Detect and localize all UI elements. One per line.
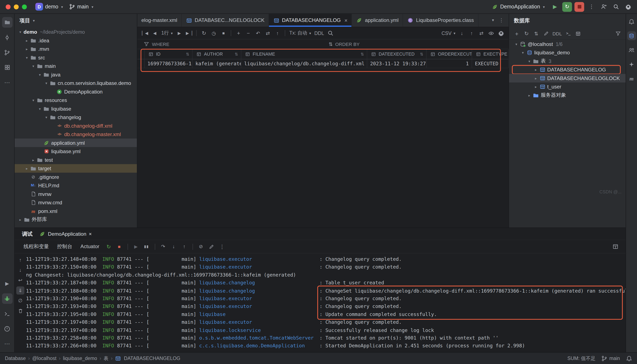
chevron-right-icon[interactable]: ▸	[24, 166, 30, 170]
chevron-down-icon[interactable]: ▾	[30, 64, 37, 68]
settings-gear-button[interactable]	[496, 29, 505, 38]
step-out-button[interactable]: ↑	[180, 242, 189, 251]
project-tree-item[interactable]: ▾cn.com.servision.liquibase.demo	[14, 79, 137, 87]
ddl-button[interactable]: DDL	[551, 29, 563, 38]
code-with-me-button[interactable]	[599, 2, 608, 12]
rerun-button[interactable]: ↻	[104, 242, 113, 251]
aggregate-sum-label[interactable]: SUM: 值不足	[568, 355, 596, 362]
trash-button[interactable]	[16, 307, 24, 315]
chevron-down-icon[interactable]: ▾	[30, 98, 37, 102]
add-row-button[interactable]: +	[234, 29, 243, 38]
tool-stripe-problems-button[interactable]	[2, 323, 12, 334]
mute-button[interactable]: ⊘	[196, 242, 206, 251]
pencil-button[interactable]	[207, 242, 216, 251]
tool-stripe-debug-button[interactable]	[2, 293, 12, 304]
more-vertical-icon[interactable]: ⋮	[499, 18, 504, 23]
chevron-down-icon[interactable]: ▾	[37, 106, 43, 110]
table-view-button[interactable]	[574, 29, 582, 38]
rerun-debug-button[interactable]: ↻	[562, 2, 572, 12]
database-tree-item[interactable]: ▸DATABASECHANGELOGLOCK	[509, 74, 626, 82]
grid-cell[interactable]: kafeim (generated)	[192, 60, 241, 68]
tool-stripe-terminal-button[interactable]	[2, 308, 12, 319]
grid-column-header[interactable]: AUTHOR⇅	[192, 49, 241, 59]
chevron-right-icon[interactable]: ▸	[30, 158, 37, 162]
grid-cell[interactable]: liquibase/changelog/db.changelog-diff.xm…	[242, 60, 367, 68]
status-branch-widget[interactable]: main	[601, 355, 620, 362]
export-format-selector[interactable]: CSV▾	[440, 29, 457, 38]
tool-stripe-structure-button[interactable]	[2, 62, 12, 73]
search-everywhere-button[interactable]	[611, 2, 621, 12]
chevron-right-icon[interactable]: ▸	[532, 76, 539, 80]
chevron-down-icon[interactable]: ▾	[37, 72, 43, 76]
page-size-selector[interactable]: 1行▾	[160, 29, 174, 38]
submit-button[interactable]: ↑	[273, 29, 282, 38]
project-tree-item[interactable]: ▸.mvn	[14, 45, 137, 53]
editor-tab[interactable]: CLiquibaseProperties.class	[403, 14, 478, 27]
stop-button[interactable]	[574, 2, 584, 12]
chevron-right-icon[interactable]: ▸	[24, 47, 30, 51]
import-up-button[interactable]: ↑	[467, 29, 476, 38]
close-icon[interactable]: ×	[89, 231, 92, 236]
debug-view-tab[interactable]: 控制台	[54, 243, 76, 250]
tool-stripe-more-bottom-button[interactable]: ⋯	[2, 338, 12, 349]
run-button[interactable]: ▶	[550, 2, 560, 12]
chevron-down-icon[interactable]: ▾	[43, 81, 50, 85]
cancel-query-button[interactable]: ■	[219, 29, 228, 38]
project-panel-header[interactable]: 项目 ▾	[14, 14, 137, 28]
next-page-button[interactable]: ▶	[175, 29, 184, 38]
layout-settings-button[interactable]	[611, 242, 620, 251]
project-tree-item[interactable]: ▾src	[14, 53, 137, 62]
chevron-down-icon[interactable]: ▾	[17, 30, 24, 34]
breadcrumb[interactable]: liquibase_demo	[63, 355, 97, 361]
chevron-right-icon[interactable]: ▸	[17, 218, 24, 222]
database-tree-item[interactable]: ▸DATABASECHANGELOG	[509, 65, 626, 74]
git-branch-widget[interactable]: main ▾	[66, 2, 96, 11]
project-tree-item[interactable]: DemoApplication	[14, 88, 137, 96]
tool-stripe-pull-requests-button[interactable]	[2, 47, 12, 58]
pencil-button[interactable]	[542, 29, 550, 38]
chevron-down-icon[interactable]: ▾	[24, 56, 30, 60]
grid-column-header[interactable]: DATEEXECUTED⇅	[367, 49, 426, 59]
database-tree-item[interactable]: ▸服务器对象	[509, 91, 626, 100]
run-configuration-widget[interactable]: DemoApplication ▾	[489, 2, 548, 11]
exec-time-button[interactable]: ◷	[210, 29, 218, 38]
database-tree-item[interactable]: ▾liquibase_demo	[509, 48, 626, 57]
chevron-down-icon[interactable]: ▾	[43, 115, 50, 119]
delete-row-button[interactable]: −	[244, 29, 253, 38]
chevron-right-icon[interactable]: ▸	[532, 68, 539, 72]
step-into-button[interactable]: ↓	[169, 242, 178, 251]
sort-icon[interactable]: ⇅	[420, 52, 423, 56]
pause-button[interactable]: ▮▮	[142, 242, 151, 251]
sort-icon[interactable]: ⇅	[361, 52, 364, 56]
grid-column-header[interactable]: EXECTYPE⇅	[472, 49, 509, 59]
project-tree-item[interactable]: ▾resources	[14, 96, 137, 104]
chevron-down-icon[interactable]: ▾	[520, 50, 526, 54]
notifications-icon[interactable]	[626, 355, 632, 362]
project-tree-item[interactable]: application.yml	[14, 138, 137, 147]
project-tree-item[interactable]: ▸target	[14, 164, 137, 173]
database-panel-header[interactable]: 数据库	[509, 14, 626, 28]
database-tree-item[interactable]: ▾@localhost1/6	[509, 40, 626, 48]
editor-tab[interactable]: DATABASEC...NGELOGLOCK	[182, 14, 269, 27]
stop-sq-button[interactable]: ■	[115, 242, 124, 251]
grid-cell[interactable]: 2023-11-12 19:33:27	[367, 60, 426, 68]
debug-session-tab[interactable]: DemoApplication ×	[39, 230, 92, 237]
project-tree-item[interactable]: ▾demo~/IdeaProjects/demo	[14, 28, 137, 36]
project-tree-item[interactable]: mvnw.cmd	[14, 198, 137, 207]
soft-wrap-button[interactable]: ↩	[16, 276, 24, 284]
project-tree-item[interactable]: ▸外部库	[14, 215, 137, 224]
chevron-right-icon[interactable]: ▸	[24, 38, 30, 42]
grid-cell[interactable]: EXECUTED	[472, 60, 509, 68]
tool-stripe-more-button[interactable]: ⋯	[2, 77, 12, 88]
add-button[interactable]: +	[512, 29, 521, 38]
revert-changes-button[interactable]: ↶	[254, 29, 262, 38]
project-tree-item[interactable]: ▾liquibase	[14, 104, 137, 113]
breadcrumb[interactable]: @localhost	[32, 355, 56, 361]
editor-tab[interactable]: DATABASECHANGELOG×	[269, 14, 352, 27]
chevron-down-icon[interactable]: ▾	[492, 18, 494, 22]
project-tree-item[interactable]: mvnw	[14, 190, 137, 198]
where-filter[interactable]: WHERE	[137, 41, 323, 48]
project-tree-item[interactable]: mpom.xml	[14, 207, 137, 215]
zoom-window-button[interactable]	[22, 4, 27, 9]
project-tree-item[interactable]: ⊘.gitignore	[14, 173, 137, 181]
